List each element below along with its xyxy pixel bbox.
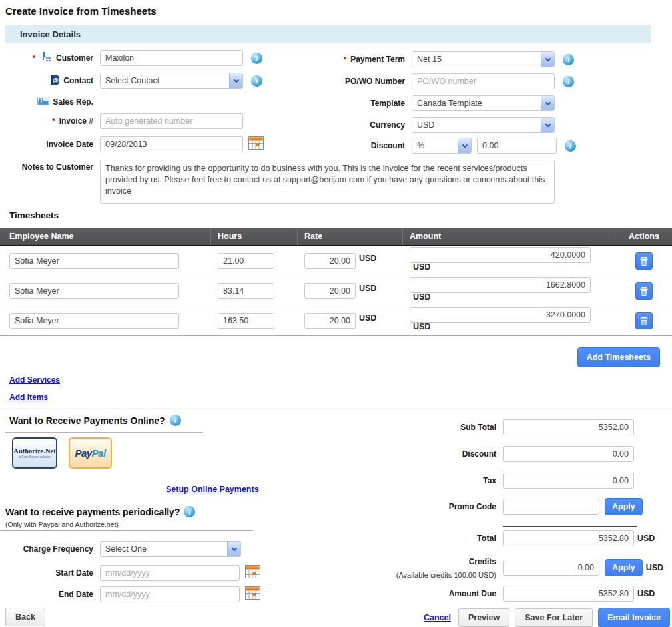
divider: [0, 407, 672, 407]
preview-button[interactable]: Preview: [458, 608, 509, 627]
rate-input[interactable]: [304, 313, 356, 329]
chevron-down-icon: [229, 73, 242, 88]
calendar-icon[interactable]: [245, 586, 260, 602]
customer-input[interactable]: [100, 50, 243, 66]
calendar-icon[interactable]: [248, 136, 264, 152]
contact-icon: @: [50, 75, 60, 87]
tax-row: Tax: [390, 473, 672, 489]
po-number-info-icon[interactable]: i: [563, 76, 574, 87]
chevron-down-icon: [541, 96, 554, 110]
paypal-badge[interactable]: PayPal: [69, 437, 112, 469]
template-row: Template Canada Template: [336, 95, 555, 111]
start-date-label: Start Date: [55, 568, 93, 578]
credits-apply-button[interactable]: Apply: [605, 559, 643, 576]
amount-currency-label: USD: [413, 292, 430, 302]
end-date-input[interactable]: [100, 586, 240, 602]
credits-currency-label: USD: [646, 563, 663, 572]
sales-rep-label: Sales Rep.: [53, 97, 93, 106]
employee-name-input[interactable]: [9, 253, 179, 269]
po-number-input[interactable]: [412, 73, 555, 89]
add-timesheets-button[interactable]: Add Timesheets: [577, 347, 660, 367]
delete-row-button[interactable]: [635, 282, 653, 300]
periodic-info-icon[interactable]: i: [184, 506, 195, 517]
totals-panel: Sub Total Discount Tax Promo Code Apply …: [390, 409, 672, 609]
employee-name-input[interactable]: [9, 313, 179, 329]
email-invoice-button[interactable]: Email Invoice: [598, 608, 670, 627]
hours-input[interactable]: [218, 313, 274, 329]
promo-code-input[interactable]: [503, 499, 599, 515]
page-title: Create Invoice from Timesheets: [5, 5, 156, 17]
notes-textarea[interactable]: Thanks for providing us the opportunity …: [100, 160, 555, 204]
discount-total-input[interactable]: [503, 446, 634, 462]
contact-info-icon[interactable]: i: [251, 75, 262, 87]
contact-label: Contact: [63, 76, 93, 85]
save-for-later-button[interactable]: Save For Later: [515, 608, 593, 627]
payments-online-info-icon[interactable]: i: [170, 415, 181, 426]
charge-frequency-select[interactable]: Select One: [100, 541, 241, 557]
delete-row-button[interactable]: [635, 312, 653, 329]
rate-currency-label: USD: [359, 284, 376, 293]
table-row: USD USD: [0, 306, 672, 336]
amount-due-input[interactable]: [503, 586, 634, 602]
rate-input[interactable]: [304, 283, 356, 299]
total-label: Total: [390, 534, 496, 543]
chevron-down-icon: [541, 118, 554, 132]
discount-info-icon[interactable]: i: [565, 140, 576, 152]
promo-code-label: Promo Code: [390, 502, 496, 511]
employee-name-input[interactable]: [9, 283, 179, 299]
col-employee-name: Employee Name: [0, 228, 211, 245]
discount-total-row: Discount: [390, 446, 672, 462]
total-currency-label: USD: [637, 534, 655, 543]
start-date-row: Start Date: [0, 564, 260, 581]
amount-due-currency-label: USD: [637, 589, 655, 598]
charge-frequency-row: Charge Frequency Select One: [0, 541, 241, 557]
setup-online-payments-link[interactable]: Setup Online Payments: [166, 485, 259, 494]
template-select[interactable]: Canada Template: [412, 95, 555, 111]
amount-input[interactable]: [410, 247, 591, 263]
currency-row: Currency USD: [336, 117, 555, 133]
sub-total-input[interactable]: [503, 419, 634, 435]
cancel-link[interactable]: Cancel: [424, 613, 451, 622]
payment-term-label: Payment Term: [350, 55, 405, 64]
sales-rep-row: Sales Rep.: [0, 96, 93, 107]
discount-unit-select[interactable]: %: [412, 138, 472, 154]
invoice-number-input[interactable]: [100, 113, 243, 129]
back-button[interactable]: Back: [5, 608, 45, 626]
template-label: Template: [370, 99, 405, 108]
customer-info-icon[interactable]: i: [251, 53, 262, 64]
contact-select[interactable]: Select Contact: [100, 73, 243, 89]
discount-value-input[interactable]: [477, 138, 557, 154]
hours-input[interactable]: [218, 283, 274, 299]
chevron-down-icon: [458, 138, 471, 153]
amount-input[interactable]: [410, 307, 591, 323]
credits-input[interactable]: [503, 560, 599, 576]
totals-separator: [503, 526, 637, 527]
currency-select[interactable]: USD: [412, 117, 555, 133]
rate-currency-label: USD: [359, 314, 376, 323]
sub-total-label: Sub Total: [390, 423, 496, 432]
delete-row-button[interactable]: [635, 252, 653, 270]
payment-term-select[interactable]: Net 15: [412, 51, 555, 67]
trash-icon: [639, 286, 649, 296]
divider: [5, 432, 203, 433]
promo-apply-button[interactable]: Apply: [605, 498, 643, 515]
rate-input[interactable]: [304, 253, 356, 269]
invoice-date-input[interactable]: [100, 136, 243, 152]
authorize-net-badge[interactable]: Authorize.Net a CyberSource solution: [12, 437, 57, 469]
add-items-link[interactable]: Add Items: [9, 393, 48, 402]
tax-input[interactable]: [503, 473, 634, 489]
start-date-input[interactable]: [100, 565, 240, 581]
invoice-details-section-bar: Invoice Details: [5, 25, 651, 43]
total-input[interactable]: [503, 530, 634, 546]
payment-term-info-icon[interactable]: i: [563, 54, 574, 65]
credits-row: Credits (Available credits 100.00 USD) A…: [390, 554, 672, 581]
calendar-icon[interactable]: [245, 564, 260, 581]
discount-label: Discount: [371, 141, 405, 150]
col-hours: Hours: [211, 228, 298, 245]
amount-input[interactable]: [410, 277, 591, 293]
hours-input[interactable]: [218, 253, 274, 269]
invoice-number-row: * Invoice #: [0, 113, 243, 129]
divider: [0, 530, 253, 531]
payment-term-row: * Payment Term Net 15 i: [336, 51, 574, 67]
add-services-link[interactable]: Add Services: [9, 375, 60, 385]
